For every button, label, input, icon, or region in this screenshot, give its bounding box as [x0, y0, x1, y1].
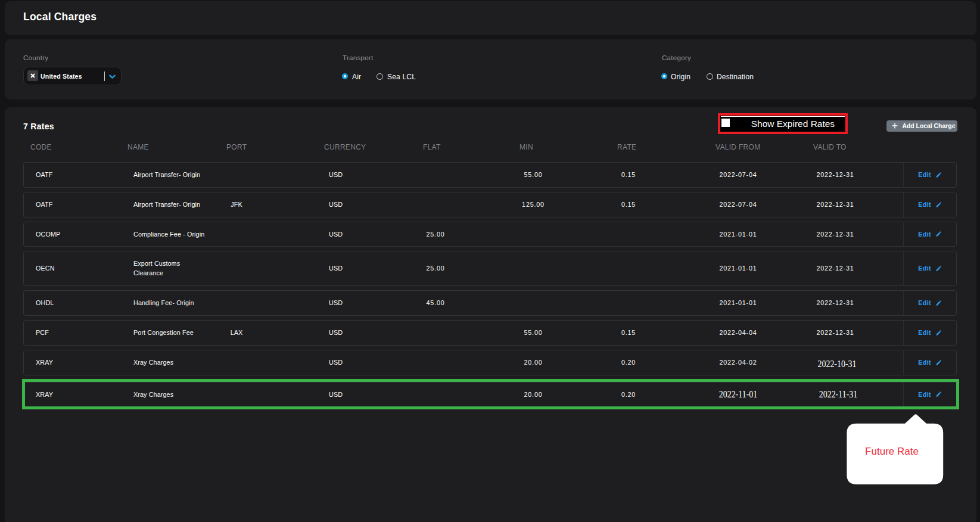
- svg-text:Future Rate: Future Rate: [865, 446, 919, 457]
